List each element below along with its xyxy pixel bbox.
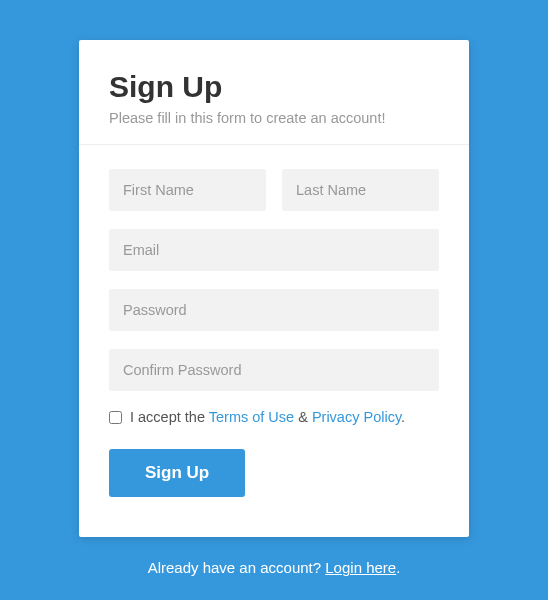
divider	[79, 144, 469, 145]
signup-card: Sign Up Please fill in this form to crea…	[79, 40, 469, 537]
page-title: Sign Up	[109, 70, 439, 104]
footer-suffix: .	[396, 559, 400, 576]
first-name-field[interactable]	[109, 169, 266, 211]
signup-button[interactable]: Sign Up	[109, 449, 245, 497]
terms-row: I accept the Terms of Use & Privacy Poli…	[109, 409, 439, 425]
confirm-password-field[interactable]	[109, 349, 439, 391]
page-subtitle: Please fill in this form to create an ac…	[109, 110, 439, 126]
last-name-field[interactable]	[282, 169, 439, 211]
terms-text: I accept the Terms of Use & Privacy Poli…	[130, 409, 405, 425]
terms-suffix: .	[401, 409, 405, 425]
login-link[interactable]: Login here	[325, 559, 396, 576]
terms-of-use-link[interactable]: Terms of Use	[209, 409, 294, 425]
footer: Already have an account? Login here.	[148, 559, 401, 576]
privacy-policy-link[interactable]: Privacy Policy	[312, 409, 401, 425]
terms-prefix: I accept the	[130, 409, 209, 425]
email-field[interactable]	[109, 229, 439, 271]
terms-mid: &	[294, 409, 312, 425]
name-row	[109, 169, 439, 211]
terms-checkbox[interactable]	[109, 411, 122, 424]
footer-text: Already have an account?	[148, 559, 326, 576]
password-field[interactable]	[109, 289, 439, 331]
